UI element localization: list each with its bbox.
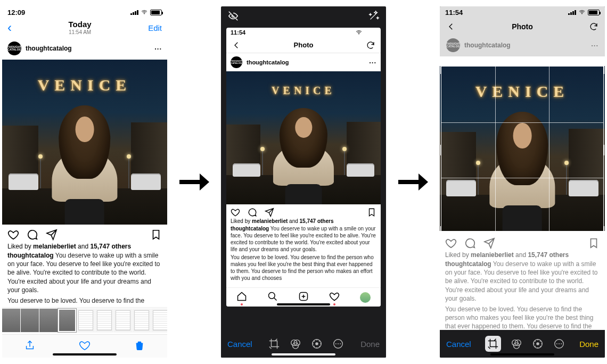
crop-tool-selected[interactable] (485, 336, 501, 352)
screenshot-preview[interactable]: 11:54 Photo THOUGHT CATALOG thoughtcatal… (226, 28, 381, 307)
svg-point-19 (561, 343, 562, 344)
more-icon: ··· (591, 42, 598, 49)
status-icons (130, 9, 162, 15)
editor-top-bar (221, 6, 386, 26)
more-tool-icon[interactable] (332, 338, 344, 350)
bookmark-icon[interactable] (150, 229, 162, 241)
wifi-icon (578, 9, 586, 15)
like-icon (445, 237, 457, 249)
caption: thoughtcatalog You deserve to wake up wi… (2, 251, 167, 296)
svg-point-8 (335, 343, 337, 344)
svg-point-9 (338, 343, 339, 344)
profile-tab-icon (360, 292, 371, 303)
markup-hide-icon[interactable] (227, 10, 239, 22)
crop-canvas[interactable]: 11:54 Photo THOUGHT CATALOG thoughtcatal… (440, 6, 605, 330)
cancel-button[interactable]: Cancel (446, 340, 471, 349)
share-button[interactable] (24, 340, 36, 353)
post-image: VENICE (440, 66, 605, 231)
like-icon[interactable] (7, 229, 19, 241)
more-icon: ··· (369, 59, 376, 67)
post-image: VENICE (226, 71, 381, 204)
inner-status-time: 11:54 (231, 29, 245, 36)
more-tool-icon[interactable] (553, 338, 565, 350)
comment-icon (464, 237, 476, 249)
nav-subtitle: 11:54 AM (69, 29, 92, 35)
crop-tool-icon[interactable] (268, 338, 280, 350)
wifi-icon (355, 29, 363, 36)
inner-status-time: 11:54 (445, 9, 463, 16)
caption-cont: You deserve to be loved. You deserve to … (2, 296, 167, 307)
avatar: THOUGHT CATALOG (231, 56, 242, 68)
dimmed-header: 11:54 Photo THOUGHT CATALOG thoughtcatal… (440, 6, 605, 56)
post-actions (2, 225, 167, 243)
bookmark-icon (588, 237, 600, 249)
venice-sign: VENICE (440, 82, 605, 101)
arrow-icon (176, 171, 213, 193)
svg-point-15 (537, 342, 540, 345)
cell-signal-icon (345, 30, 353, 35)
more-icon[interactable]: ··· (154, 45, 162, 53)
add-tab-icon (298, 291, 309, 303)
phone-photos-app: 12:09 ‹ Today 11:54 AM Edit THOUGHT CATA… (2, 6, 167, 358)
done-button[interactable]: Done (360, 340, 380, 349)
inner-status-bar: 11:54 (226, 28, 381, 37)
caption-cont: You deserve to be loved. You deserve to … (440, 305, 605, 330)
back-icon (446, 22, 456, 31)
share-icon[interactable] (46, 229, 58, 241)
done-button[interactable]: Done (579, 340, 598, 349)
filters-tool-icon[interactable] (511, 338, 522, 350)
nav-title-text: Today (69, 20, 92, 29)
inner-nav-bar: Photo (226, 37, 381, 53)
photos-nav-bar: ‹ Today 11:54 AM Edit (2, 18, 167, 37)
share-icon (483, 237, 495, 249)
home-indicator[interactable] (272, 353, 335, 355)
refresh-icon[interactable] (366, 40, 375, 50)
svg-point-17 (556, 343, 557, 344)
favorite-button[interactable] (79, 340, 91, 353)
post-header: THOUGHT CATALOG thoughtcatalog ··· (226, 53, 381, 71)
venice-sign: VENICE (226, 85, 381, 97)
likes-row: Liked by melanieberliet and 15,747 other… (226, 218, 381, 225)
home-indicator[interactable] (490, 353, 554, 355)
adjust-tool-icon[interactable] (532, 338, 544, 350)
edit-button[interactable]: Edit (148, 23, 162, 32)
caption: thoughtcatalog You deserve to wake up wi… (440, 260, 605, 305)
post-image[interactable]: VENICE (2, 60, 167, 225)
battery-icon (365, 30, 376, 36)
venice-sign: VENICE (2, 76, 167, 94)
adjust-tool-icon[interactable] (311, 338, 323, 350)
battery-icon (588, 10, 600, 15)
filters-tool-icon[interactable] (290, 338, 301, 350)
inner-nav-bar: Photo (440, 18, 605, 35)
svg-point-6 (316, 342, 319, 345)
avatar[interactable]: THOUGHT CATALOG (7, 42, 21, 55)
search-tab-icon (267, 291, 278, 303)
inner-nav-title: Photo (294, 41, 314, 49)
home-tab-icon (236, 291, 247, 303)
magic-wand-icon[interactable] (368, 10, 380, 22)
post-actions (440, 233, 605, 251)
username: thoughtcatalog (464, 42, 511, 49)
likes-row[interactable]: Liked by melanieberliet and 15,747 other… (2, 243, 167, 251)
wifi-icon (141, 9, 148, 15)
back-button[interactable]: ‹ (7, 20, 12, 35)
back-icon[interactable] (232, 40, 241, 50)
avatar: THOUGHT CATALOG (446, 38, 460, 52)
post-header: THOUGHT CATALOG thoughtcatalog ··· (440, 35, 605, 55)
cell-signal-icon (568, 10, 576, 15)
trash-button[interactable] (134, 340, 145, 353)
svg-point-18 (559, 343, 560, 344)
caption-cont: You deserve to be loved. You deserve to … (226, 254, 381, 283)
cancel-button[interactable]: Cancel (227, 340, 252, 349)
phone-editor-crop: 11:54 Photo THOUGHT CATALOG thoughtcatal… (440, 6, 605, 358)
like-icon (231, 208, 240, 217)
likes-row: Liked by melanieberliet and 15,747 other… (440, 251, 605, 260)
thumbnail-strip[interactable] (2, 307, 167, 333)
post-actions (226, 204, 381, 218)
home-indicator[interactable] (53, 353, 117, 355)
svg-point-0 (269, 293, 275, 299)
bookmark-icon (367, 208, 376, 217)
inner-nav-title: Photo (512, 22, 533, 31)
username[interactable]: thoughtcatalog (26, 45, 72, 52)
comment-icon[interactable] (27, 229, 38, 241)
